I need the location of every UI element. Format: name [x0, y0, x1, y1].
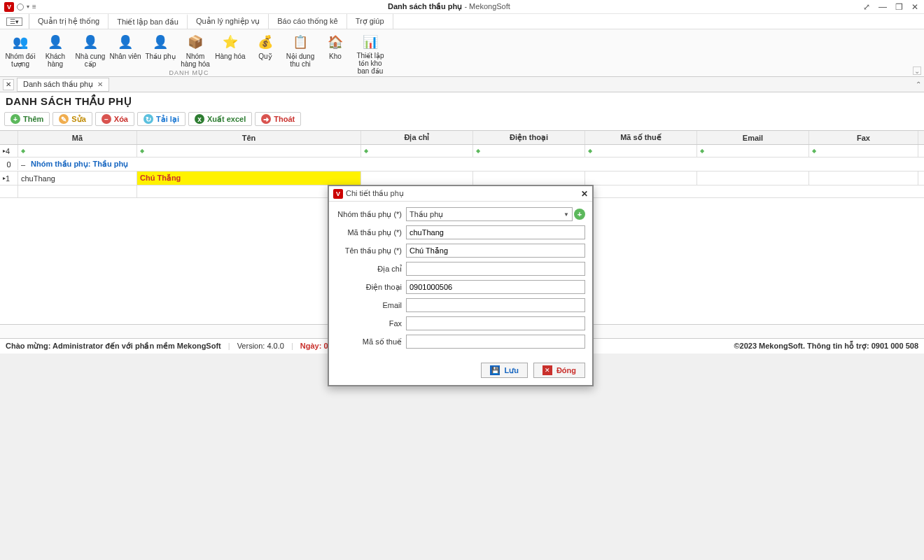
- menu-tab-help[interactable]: Trợ giúp: [347, 14, 393, 29]
- collapse-ribbon-icon[interactable]: ⤢: [862, 2, 872, 12]
- window-title: Danh sách thầu phụ: [388, 2, 462, 10]
- filter-row-indicator: ▸4: [0, 145, 18, 157]
- export-excel-button[interactable]: xXuất excel: [188, 112, 252, 126]
- label-phone: Điện thoại: [336, 283, 406, 292]
- page-title: DANH SÁCH THẦU PHỤ: [0, 92, 924, 111]
- close-all-tabs-button[interactable]: ✕: [3, 79, 14, 90]
- exit-button[interactable]: ➜Thoát: [255, 112, 301, 126]
- menu-tab-admin[interactable]: Quản trị hệ thống: [29, 14, 108, 29]
- filter-tax[interactable]: ◆: [585, 145, 697, 157]
- menu-tab-ops[interactable]: Quản lý nghiệp vụ: [188, 14, 269, 29]
- column-header-address[interactable]: Địa chỉ: [361, 131, 473, 144]
- tabstrip-chevron-icon[interactable]: ⌃: [916, 80, 921, 88]
- grid-group-row[interactable]: 0 – Nhóm thầu phụ: Thầu phụ: [0, 158, 924, 172]
- house-icon: 🏠: [326, 32, 345, 52]
- close-icon: ✕: [542, 365, 552, 375]
- close-button[interactable]: ✕ Đóng: [533, 363, 585, 378]
- label-tax: Mã số thuế: [336, 337, 406, 346]
- collapse-icon[interactable]: –: [18, 160, 28, 169]
- detail-modal: V Chi tiết thầu phụ ✕ Nhóm thầu phụ (*) …: [328, 185, 594, 386]
- modal-close-icon[interactable]: ✕: [581, 189, 588, 199]
- reload-button[interactable]: ↻Tải lại: [137, 112, 186, 126]
- filter-handle-icon: ◆: [700, 148, 704, 154]
- table-row[interactable]: ▸1 chuThang Chú Thắng: [0, 172, 924, 186]
- close-window-icon[interactable]: ✕: [910, 2, 920, 12]
- qat-dropdown-icon[interactable]: ▾: [27, 4, 29, 10]
- modal-titlebar[interactable]: V Chi tiết thầu phụ ✕: [329, 186, 592, 202]
- maximize-icon[interactable]: ❐: [894, 2, 904, 12]
- row-indicator: ▸1: [0, 172, 18, 185]
- cell-code[interactable]: chuThang: [18, 172, 137, 185]
- filter-handle-icon: ◆: [476, 148, 480, 154]
- cell-name[interactable]: Chú Thắng: [137, 172, 361, 185]
- minus-icon: –: [102, 114, 111, 124]
- person-hardhat-icon: 👤: [150, 32, 170, 52]
- email-input[interactable]: [406, 298, 585, 312]
- add-group-button[interactable]: +: [574, 209, 585, 220]
- filter-handle-icon: ◆: [140, 148, 144, 154]
- menu-tab-setup[interactable]: Thiết lập ban đầu: [108, 14, 188, 29]
- filter-code[interactable]: ◆: [18, 145, 137, 157]
- cell-fax[interactable]: [809, 172, 918, 185]
- label-email: Email: [336, 301, 406, 309]
- clipboard-icon: 📋: [290, 32, 310, 52]
- column-header-code[interactable]: Mã: [18, 131, 137, 144]
- save-icon: 💾: [490, 365, 500, 375]
- fax-input[interactable]: [406, 316, 585, 330]
- ribbon-group-label: DANH MỤC: [0, 69, 378, 76]
- save-button[interactable]: 💾 Lưu: [481, 363, 527, 378]
- edit-button[interactable]: ✎Sửa: [52, 112, 92, 126]
- phone-input[interactable]: [406, 280, 585, 294]
- plus-icon: +: [10, 114, 20, 124]
- modal-title: Chi tiết thầu phụ: [346, 189, 404, 198]
- filter-fax[interactable]: ◆: [809, 145, 918, 157]
- menu-tab-reports[interactable]: Báo cáo thống kê: [269, 14, 347, 29]
- filter-handle-icon: ◆: [812, 148, 816, 154]
- app-menu-button[interactable]: ☰▾: [0, 14, 29, 29]
- grid-rowheader: [0, 131, 18, 144]
- delete-button[interactable]: –Xóa: [95, 112, 134, 126]
- label-code: Mã thầu phụ (*): [336, 228, 406, 237]
- group-label: Nhóm thầu phụ: Thầu phụ: [28, 160, 128, 169]
- name-input[interactable]: [406, 244, 585, 258]
- column-header-name[interactable]: Tên: [137, 131, 361, 144]
- column-header-tax[interactable]: Mã số thuế: [585, 131, 697, 144]
- column-header-email[interactable]: Email: [697, 131, 809, 144]
- cell-tax[interactable]: [585, 172, 697, 185]
- status-copyright: ©2023 MekongSoft. Thông tin hỗ trợ: 0901…: [734, 342, 918, 351]
- cell-email[interactable]: [697, 172, 809, 185]
- window-app-name: MekongSoft: [469, 2, 510, 10]
- column-header-fax[interactable]: Fax: [809, 131, 918, 144]
- star-icon: ⭐: [220, 32, 240, 52]
- qat-icon[interactable]: [17, 4, 24, 10]
- add-button[interactable]: +Thêm: [4, 112, 50, 126]
- column-header-phone[interactable]: Điện thoại: [473, 131, 585, 144]
- filter-phone[interactable]: ◆: [473, 145, 585, 157]
- address-input[interactable]: [406, 262, 585, 276]
- person-icon: 👤: [46, 32, 65, 52]
- tab-close-icon[interactable]: ✕: [97, 80, 103, 88]
- document-tabstrip: ✕ Danh sách thầu phụ ✕ ⌃: [0, 77, 924, 92]
- grid-filter-row: ▸4 ◆ ◆ ◆ ◆ ◆ ◆ ◆: [0, 145, 924, 158]
- cell-address[interactable]: [361, 172, 473, 185]
- filter-name[interactable]: ◆: [137, 145, 361, 157]
- cell-phone[interactable]: [473, 172, 585, 185]
- status-version: Version: 4.0.0: [237, 342, 284, 350]
- pencil-icon: ✎: [59, 114, 69, 124]
- excel-icon: x: [195, 114, 204, 124]
- label-fax: Fax: [336, 319, 406, 328]
- filter-email[interactable]: ◆: [697, 145, 809, 157]
- label-group: Nhóm thầu phụ (*): [336, 210, 406, 219]
- tax-input[interactable]: [406, 335, 585, 349]
- filter-address[interactable]: ◆: [361, 145, 473, 157]
- minimize-icon[interactable]: —: [877, 2, 888, 12]
- box-icon: 📦: [186, 32, 205, 52]
- group-select[interactable]: Thầu phụ ▼: [406, 207, 573, 221]
- document-tab[interactable]: Danh sách thầu phụ ✕: [17, 78, 109, 92]
- toolbar: +Thêm ✎Sửa –Xóa ↻Tải lại xXuất excel ➜Th…: [0, 111, 924, 130]
- code-input[interactable]: [406, 225, 585, 239]
- titlebar: V ▾ ≡ Danh sách thầu phụ - MekongSoft ⤢ …: [0, 0, 924, 14]
- exit-icon: ➜: [261, 114, 271, 124]
- ribbon-expand-icon[interactable]: ⌄: [913, 66, 921, 75]
- person-icon: 👤: [80, 32, 100, 52]
